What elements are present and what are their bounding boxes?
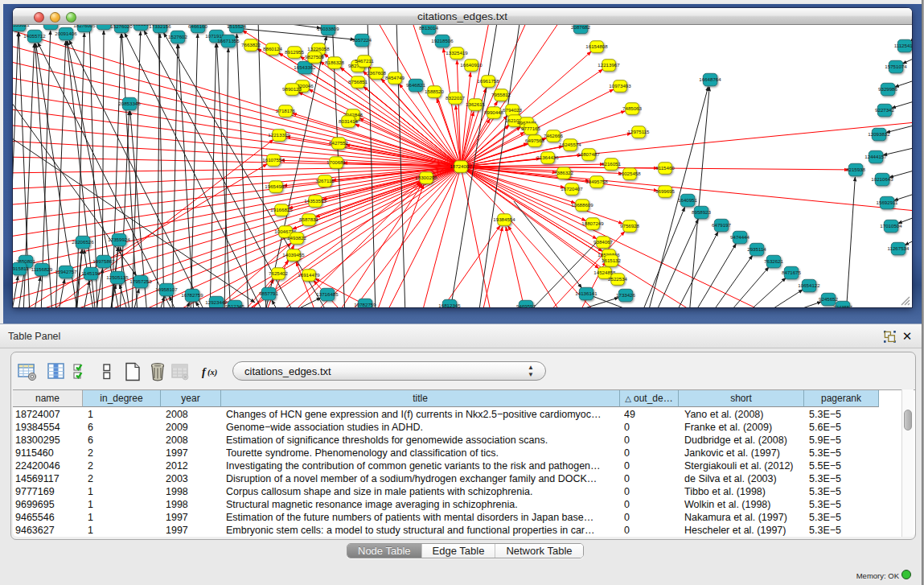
window-resize-grip[interactable] xyxy=(899,295,910,306)
cell-short[interactable]: de Silva et al. (2003) xyxy=(684,472,803,485)
graph-node[interactable]: 16033809 xyxy=(317,25,339,35)
graph-node[interactable]: 13495758 xyxy=(585,176,608,188)
column-header-name[interactable]: name xyxy=(13,390,83,407)
graph-edge[interactable] xyxy=(13,93,461,167)
graph-node[interactable]: 2087682 xyxy=(571,25,590,34)
graph-edge[interactable] xyxy=(75,249,82,307)
close-panel-icon[interactable]: ✕ xyxy=(901,330,914,343)
graph-node[interactable]: 9474444 xyxy=(730,231,749,244)
graph-edge[interactable] xyxy=(461,167,491,307)
scrollbar-thumb[interactable] xyxy=(904,410,912,431)
graph-edge[interactable] xyxy=(376,184,424,307)
cell-year[interactable]: 1998 xyxy=(166,498,220,511)
graph-node[interactable]: 6216051 xyxy=(602,159,621,171)
cell-short[interactable]: Yano et al. (2008) xyxy=(684,408,803,421)
citation-graph[interactable]: 1655302114055712199753132009140618276005… xyxy=(13,25,912,307)
cell-pagerank[interactable]: 5.5E−5 xyxy=(809,459,877,472)
cell-title[interactable]: Estimation of significance thresholds fo… xyxy=(226,434,618,447)
cell-out_de[interactable]: 0 xyxy=(624,472,677,485)
cell-name[interactable]: 14569117 xyxy=(15,472,81,485)
graph-edge[interactable] xyxy=(846,177,855,307)
cell-out_de[interactable]: 0 xyxy=(624,511,677,524)
cell-out_de[interactable]: 0 xyxy=(624,421,677,434)
column-header-short[interactable]: short xyxy=(679,390,804,407)
cell-pagerank[interactable]: 5.9E−5 xyxy=(809,434,877,447)
row-height-icon[interactable] xyxy=(97,361,117,382)
cell-name[interactable]: 9777169 xyxy=(15,485,81,498)
cell-year[interactable]: 2009 xyxy=(166,421,220,434)
graph-node[interactable]: 1700681 xyxy=(326,157,346,169)
graph-node[interactable]: 10807487 xyxy=(577,149,600,161)
graph-node[interactable]: 9646821 xyxy=(406,79,425,92)
cell-short[interactable]: Stergiakouli et al. (2012) xyxy=(684,459,803,472)
graph-edge[interactable] xyxy=(883,147,912,155)
graph-node[interactable]: 9227342 xyxy=(875,104,894,117)
graph-node[interactable]: 16782759 xyxy=(181,289,203,302)
table-row[interactable]: 1456911722003Disruption of a novel membe… xyxy=(13,472,891,485)
cell-name[interactable]: 9465546 xyxy=(15,511,81,524)
graph-node[interactable]: 16720407 xyxy=(561,183,583,196)
graph-node[interactable]: 7625402 xyxy=(269,268,288,280)
graph-node[interactable]: 19384554 xyxy=(493,214,515,226)
cell-name[interactable]: 9463627 xyxy=(15,524,81,537)
cell-pagerank[interactable]: 5.3E−5 xyxy=(809,485,877,498)
cell-title[interactable]: Tourette syndrome. Phenomenology and cla… xyxy=(226,447,618,459)
cell-short[interactable]: Wolkin et al. (1998) xyxy=(684,498,803,511)
graph-node[interactable]: 12444157 xyxy=(864,150,887,163)
tab-node-table[interactable]: Node Table xyxy=(347,544,422,558)
cell-short[interactable]: Tibbo et al. (1998) xyxy=(684,485,803,498)
graph-edge[interactable] xyxy=(437,225,500,307)
graph-node[interactable]: 6497568 xyxy=(525,135,544,147)
graph-node[interactable]: 8471675 xyxy=(782,266,801,279)
graph-node[interactable]: 9329986 xyxy=(878,83,897,96)
cell-short[interactable]: Jankovic et al. (1997) xyxy=(684,447,803,459)
graph-node[interactable]: 17332156 xyxy=(149,25,171,33)
graph-edge[interactable] xyxy=(421,167,461,307)
graph-edge[interactable] xyxy=(13,276,18,307)
column-header-year[interactable]: year xyxy=(161,390,221,407)
graph-node[interactable]: 12975115 xyxy=(628,126,650,138)
cell-in_degree[interactable]: 1 xyxy=(88,524,159,537)
graph-edge[interactable] xyxy=(240,25,321,28)
graph-edge[interactable] xyxy=(457,60,461,167)
cell-out_de[interactable]: 0 xyxy=(624,434,677,447)
graph-node[interactable]: 7955812 xyxy=(491,89,511,101)
graph-edge[interactable] xyxy=(313,167,461,307)
cell-out_de[interactable]: 0 xyxy=(624,459,677,472)
cell-name[interactable]: 18724007 xyxy=(15,408,81,421)
column-header-out_de[interactable]: △out_de… xyxy=(620,390,679,407)
graph-node[interactable]: 17010504 xyxy=(880,220,902,233)
cell-in_degree[interactable]: 1 xyxy=(88,485,159,498)
graph-edge[interactable] xyxy=(482,227,503,307)
cell-year[interactable]: 2008 xyxy=(166,434,220,447)
graph-edge[interactable] xyxy=(461,25,562,167)
graph-node[interactable]: 9357224 xyxy=(352,34,372,47)
cell-out_de[interactable]: 0 xyxy=(624,524,677,537)
cell-title[interactable]: Corpus callosum shape and size in male p… xyxy=(226,485,618,498)
select-columns-icon[interactable] xyxy=(46,361,67,382)
graph-edge[interactable] xyxy=(258,25,266,307)
cell-pagerank[interactable]: 5.3E−5 xyxy=(809,511,877,524)
graph-node[interactable]: 16648764 xyxy=(699,73,721,86)
graph-node[interactable]: 8958923 xyxy=(692,206,711,219)
graph-node[interactable]: 19166825 xyxy=(270,204,293,216)
tab-network-table[interactable]: Network Table xyxy=(495,544,582,558)
cell-year[interactable]: 1998 xyxy=(166,485,220,498)
table-row[interactable]: 969969511998Structural magnetic resonanc… xyxy=(13,498,891,511)
cell-out_de[interactable]: 49 xyxy=(624,408,677,421)
graph-node[interactable]: 8813014 xyxy=(419,25,438,35)
graph-node[interactable]: 1145194 xyxy=(81,267,101,280)
graph-edge[interactable] xyxy=(132,31,141,307)
column-header-in_degree[interactable]: in_degree xyxy=(83,390,161,407)
cell-title[interactable]: Investigating the contribution of common… xyxy=(226,459,618,472)
float-panel-icon[interactable] xyxy=(883,330,897,344)
new-table-icon[interactable] xyxy=(122,361,143,382)
graph-edge[interactable] xyxy=(905,239,912,245)
graph-node[interactable]: 2935114 xyxy=(747,243,766,256)
network-canvas[interactable]: 1655302114055712199753132009140618276005… xyxy=(13,25,912,307)
cell-in_degree[interactable]: 1 xyxy=(88,511,159,524)
table-row[interactable]: 2242004622012Investigating the contribut… xyxy=(13,459,891,472)
table-row[interactable]: 1938455462009Genome−wide association stu… xyxy=(13,421,891,434)
graph-node[interactable]: 10025458 xyxy=(618,168,641,180)
graph-edge[interactable] xyxy=(265,36,326,307)
